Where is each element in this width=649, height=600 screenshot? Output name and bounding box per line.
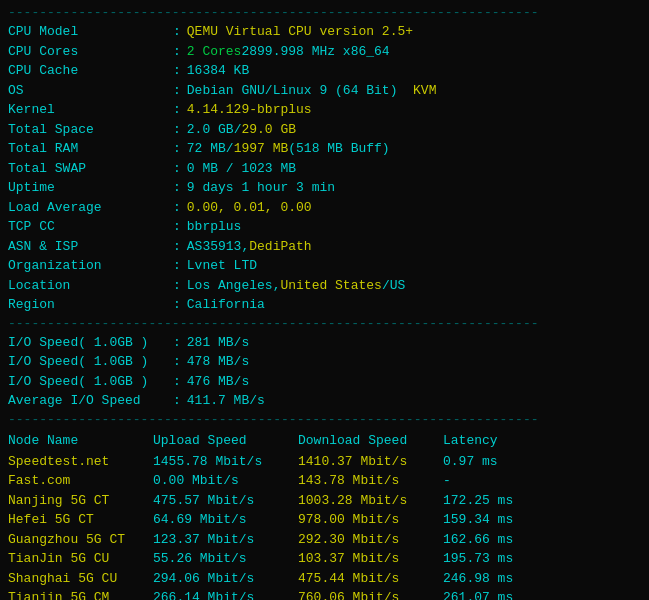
cpu-cache-value: 16384 KB xyxy=(187,61,249,81)
table-row: Nanjing 5G CT 475.57 Mbit/s 1003.28 Mbit… xyxy=(8,491,641,511)
colon: : xyxy=(173,276,181,296)
latency: 246.98 ms xyxy=(443,569,543,589)
divider-2: ----------------------------------------… xyxy=(8,315,641,333)
avg-io-label: Average I/O Speed xyxy=(8,391,173,411)
node-name: Nanjing 5G CT xyxy=(8,491,153,511)
total-ram-label: Total RAM xyxy=(8,139,173,159)
download-speed: 1003.28 Mbit/s xyxy=(298,491,443,511)
isp-value: DediPath xyxy=(249,237,311,257)
table-row: Speedtest.net 1455.78 Mbit/s 1410.37 Mbi… xyxy=(8,452,641,472)
node-name: Guangzhou 5G CT xyxy=(8,530,153,550)
cpu-cores-value: 2 Cores xyxy=(187,42,242,62)
cpu-cache-row: CPU Cache : 16384 KB xyxy=(8,61,641,81)
total-swap-label: Total SWAP xyxy=(8,159,173,179)
colon: : xyxy=(173,333,181,353)
latency: - xyxy=(443,471,543,491)
download-speed: 978.00 Mbit/s xyxy=(298,510,443,530)
location-row: Location : Los Angeles , United States /… xyxy=(8,276,641,296)
asn-isp-row: ASN & ISP : AS35913 , DediPath xyxy=(8,237,641,257)
colon: : xyxy=(173,22,181,42)
io2-row: I/O Speed( 1.0GB ) : 478 MB/s xyxy=(8,352,641,372)
asn-isp-label: ASN & ISP xyxy=(8,237,173,257)
colon: : xyxy=(173,391,181,411)
location-country: United States xyxy=(280,276,381,296)
download-speed: 760.06 Mbit/s xyxy=(298,588,443,600)
table-row: Guangzhou 5G CT 123.37 Mbit/s 292.30 Mbi… xyxy=(8,530,641,550)
col-node-header: Node Name xyxy=(8,431,153,452)
total-space-label: Total Space xyxy=(8,120,173,140)
colon: : xyxy=(173,198,181,218)
download-speed: 292.30 Mbit/s xyxy=(298,530,443,550)
total-swap-row: Total SWAP : 0 MB / 1023 MB xyxy=(8,159,641,179)
upload-speed: 55.26 Mbit/s xyxy=(153,549,298,569)
region-row: Region : California xyxy=(8,295,641,315)
latency: 162.66 ms xyxy=(443,530,543,550)
location-sep2: / xyxy=(382,276,390,296)
colon: : xyxy=(173,372,181,392)
total-ram-v2: 1997 MB xyxy=(234,139,289,159)
location-label: Location xyxy=(8,276,173,296)
colon: : xyxy=(173,42,181,62)
latency: 0.97 ms xyxy=(443,452,543,472)
uptime-value: 9 days 1 hour 3 min xyxy=(187,178,335,198)
colon: : xyxy=(173,120,181,140)
total-space-sep: / xyxy=(234,120,242,140)
colon: : xyxy=(173,295,181,315)
asn-sep: , xyxy=(241,237,249,257)
table-header: Node Name Upload Speed Download Speed La… xyxy=(8,431,641,452)
os-value: Debian GNU/Linux 9 (64 Bit) xyxy=(187,81,398,101)
io3-value: 476 MB/s xyxy=(187,372,249,392)
avg-io-row: Average I/O Speed : 411.7 MB/s xyxy=(8,391,641,411)
divider-3: ----------------------------------------… xyxy=(8,411,641,429)
download-speed: 1410.37 Mbit/s xyxy=(298,452,443,472)
cpu-cache-label: CPU Cache xyxy=(8,61,173,81)
tcp-cc-label: TCP CC xyxy=(8,217,173,237)
location-code: US xyxy=(390,276,406,296)
avg-io-value: 411.7 MB/s xyxy=(187,391,265,411)
os-suffix: KVM xyxy=(397,81,436,101)
table-section: Node Name Upload Speed Download Speed La… xyxy=(8,431,641,600)
top-divider: ----------------------------------------… xyxy=(8,4,641,22)
colon: : xyxy=(173,237,181,257)
uptime-label: Uptime xyxy=(8,178,173,198)
load-avg-value: 0.00, 0.01, 0.00 xyxy=(187,198,312,218)
node-name: TianJin 5G CU xyxy=(8,549,153,569)
download-speed: 143.78 Mbit/s xyxy=(298,471,443,491)
io1-label: I/O Speed( 1.0GB ) xyxy=(8,333,173,353)
total-swap-value: 0 MB / 1023 MB xyxy=(187,159,296,179)
total-ram-v1: 72 MB xyxy=(187,139,226,159)
io1-value: 281 MB/s xyxy=(187,333,249,353)
table-row: Hefei 5G CT 64.69 Mbit/s 978.00 Mbit/s 1… xyxy=(8,510,641,530)
cpu-cores-label: CPU Cores xyxy=(8,42,173,62)
load-avg-label: Load Average xyxy=(8,198,173,218)
upload-speed: 294.06 Mbit/s xyxy=(153,569,298,589)
cpu-model-label: CPU Model xyxy=(8,22,173,42)
colon: : xyxy=(173,256,181,276)
cpu-cores-suffix: 2899.998 MHz x86_64 xyxy=(241,42,389,62)
upload-speed: 266.14 Mbit/s xyxy=(153,588,298,600)
io1-row: I/O Speed( 1.0GB ) : 281 MB/s xyxy=(8,333,641,353)
cpu-model-value: QEMU Virtual CPU version 2.5+ xyxy=(187,22,413,42)
colon: : xyxy=(173,159,181,179)
download-speed: 103.37 Mbit/s xyxy=(298,549,443,569)
load-avg-row: Load Average : 0.00, 0.01, 0.00 xyxy=(8,198,641,218)
latency: 261.07 ms xyxy=(443,588,543,600)
col-upload-header: Upload Speed xyxy=(153,431,298,452)
download-speed: 475.44 Mbit/s xyxy=(298,569,443,589)
total-ram-row: Total RAM : 72 MB / 1997 MB (518 MB Buff… xyxy=(8,139,641,159)
org-value: Lvnet LTD xyxy=(187,256,257,276)
latency: 172.25 ms xyxy=(443,491,543,511)
cpu-model-row: CPU Model : QEMU Virtual CPU version 2.5… xyxy=(8,22,641,42)
colon: : xyxy=(173,61,181,81)
location-sep: , xyxy=(273,276,281,296)
org-row: Organization : Lvnet LTD xyxy=(8,256,641,276)
upload-speed: 123.37 Mbit/s xyxy=(153,530,298,550)
upload-speed: 1455.78 Mbit/s xyxy=(153,452,298,472)
upload-speed: 64.69 Mbit/s xyxy=(153,510,298,530)
io3-row: I/O Speed( 1.0GB ) : 476 MB/s xyxy=(8,372,641,392)
node-name: Shanghai 5G CU xyxy=(8,569,153,589)
io2-value: 478 MB/s xyxy=(187,352,249,372)
region-value: California xyxy=(187,295,265,315)
kernel-value: 4.14.129-bbrplus xyxy=(187,100,312,120)
os-label: OS xyxy=(8,81,173,101)
